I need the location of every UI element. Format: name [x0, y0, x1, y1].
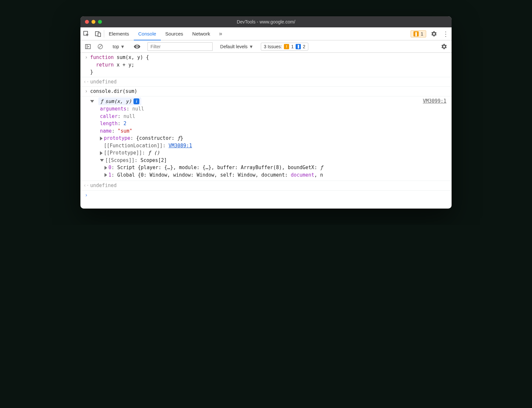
caret-right-icon: [100, 151, 103, 155]
titlebar: DevTools - www.google.com/: [80, 16, 452, 27]
svg-point-8: [136, 46, 138, 47]
device-toggle-icon[interactable]: [92, 27, 104, 40]
tab-console[interactable]: Console: [134, 27, 161, 40]
vm-link[interactable]: VM3089:1: [169, 143, 192, 149]
prop-prototype[interactable]: prototype: {constructor: ƒ}: [100, 135, 450, 142]
dropdown-icon: ▼: [249, 44, 253, 49]
prompt-icon: ›: [82, 88, 90, 95]
console-log: › function sum(x, y) { return x + y; } ‹…: [80, 53, 452, 209]
warning-icon: ❚: [413, 31, 419, 36]
object-header[interactable]: ƒ sum(x, y) i: [90, 97, 450, 106]
clear-console-icon[interactable]: [95, 44, 105, 50]
tab-network[interactable]: Network: [188, 27, 215, 40]
issues-info-count: 2: [303, 44, 305, 49]
source-link[interactable]: VM3099:1: [423, 97, 446, 105]
prop-function-location[interactable]: [[FunctionLocation]]: VM3089:1: [100, 142, 450, 150]
caret-down-icon: [100, 159, 104, 162]
output-icon: ‹·: [82, 182, 90, 189]
devtools-window: DevTools - www.google.com/ Elements Cons…: [80, 16, 452, 209]
live-expression-icon[interactable]: [132, 44, 142, 49]
caret-right-icon: [105, 166, 107, 170]
tab-sources[interactable]: Sources: [161, 27, 188, 40]
console-input-row: › console.dir(sum): [80, 87, 452, 96]
tabs-overflow-icon[interactable]: »: [215, 27, 227, 40]
code-input[interactable]: function sum(x, y) { return x + y; }: [90, 54, 450, 76]
inspect-icon[interactable]: [80, 27, 92, 40]
function-signature: sum(x, y): [105, 98, 132, 105]
output-value: undefined: [90, 182, 450, 189]
close-icon[interactable]: [85, 20, 89, 24]
levels-label: Default levels: [220, 44, 247, 49]
messages-badge[interactable]: ❚ 1: [411, 30, 426, 37]
maximize-icon[interactable]: [98, 20, 102, 24]
prop-name[interactable]: name: "sum": [100, 127, 450, 135]
issues-indicator[interactable]: 3 Issues: ! 1 ❚ 2: [261, 43, 308, 51]
log-levels-selector[interactable]: Default levels ▼: [218, 44, 255, 49]
context-label: top: [113, 44, 119, 49]
filter-input[interactable]: [147, 42, 213, 51]
caret-right-icon: [100, 137, 103, 140]
code-input[interactable]: console.dir(sum): [90, 88, 450, 95]
prop-prototype-internal[interactable]: [[Prototype]]: ƒ (): [100, 149, 450, 157]
output-value: undefined: [90, 78, 450, 86]
prop-caller[interactable]: caller: null: [100, 113, 450, 120]
more-icon[interactable]: ⋮: [440, 27, 452, 40]
context-selector[interactable]: top ▼: [111, 44, 127, 49]
settings-icon[interactable]: [428, 27, 440, 40]
svg-line-7: [99, 45, 102, 48]
console-settings-icon[interactable]: [439, 43, 449, 50]
caret-down-icon: [90, 100, 94, 103]
console-input-row: › function sum(x, y) { return x + y; }: [80, 53, 452, 77]
console-output-row: ‹· undefined: [80, 77, 452, 87]
info-icon[interactable]: i: [133, 98, 139, 104]
traffic-lights: [85, 20, 102, 24]
function-glyph-icon: ƒ: [100, 98, 103, 105]
sidebar-toggle-icon[interactable]: [83, 44, 93, 50]
console-output-row: ‹· undefined: [80, 181, 452, 191]
info-icon: ❚: [296, 44, 301, 49]
messages-count: 1: [421, 31, 423, 36]
svg-rect-2: [98, 33, 101, 36]
console-prompt-input[interactable]: [90, 192, 450, 199]
scope-1[interactable]: 1: Global {0: Window, window: Window, se…: [105, 171, 450, 179]
scope-0[interactable]: 0: Script {player: {…}, module: {…}, buf…: [105, 164, 450, 171]
dropdown-icon: ▼: [120, 44, 125, 49]
svg-marker-5: [88, 46, 89, 47]
output-icon: ‹·: [82, 78, 90, 86]
issues-label: 3 Issues:: [264, 44, 282, 49]
prompt-icon: ›: [82, 192, 90, 199]
prompt-icon: ›: [82, 54, 90, 76]
console-object-row: VM3099:1 ƒ sum(x, y) i arguments: null c…: [80, 96, 452, 181]
caret-right-icon: [105, 173, 107, 177]
tab-elements[interactable]: Elements: [104, 27, 134, 40]
main-tabbar: Elements Console Sources Network » ❚ 1 ⋮: [80, 27, 452, 40]
prop-scopes[interactable]: [[Scopes]]: Scopes[2]: [100, 157, 450, 164]
minimize-icon[interactable]: [91, 20, 95, 24]
issues-warn-count: 1: [291, 44, 294, 49]
console-prompt-row[interactable]: ›: [80, 191, 452, 209]
prop-length[interactable]: length: 2: [100, 120, 450, 127]
window-title: DevTools - www.google.com/: [80, 19, 452, 24]
console-toolbar: top ▼ Default levels ▼ 3 Issues: ! 1 ❚ 2: [80, 40, 452, 53]
object-tree: arguments: null caller: null length: 2 n…: [90, 105, 450, 179]
warning-icon: !: [284, 44, 289, 49]
prop-arguments[interactable]: arguments: null: [100, 105, 450, 113]
